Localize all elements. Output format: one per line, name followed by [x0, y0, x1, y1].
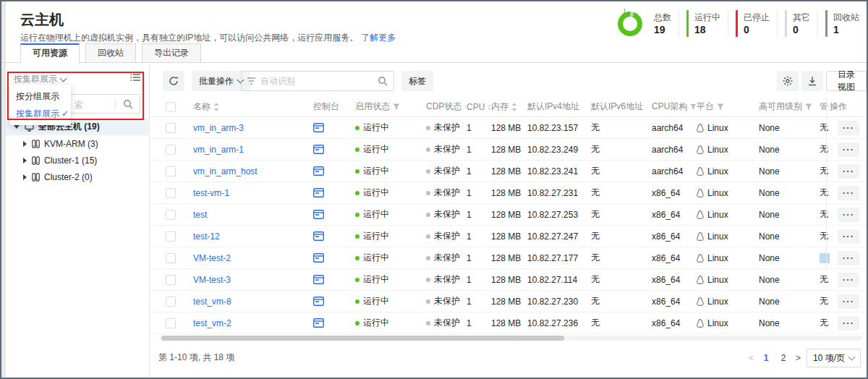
cdp-text: 未保护: [434, 295, 460, 307]
table-row: test_vm-2运行中未保护1128 MB10.82.27.236无x86_6…: [150, 312, 867, 334]
console-icon[interactable]: [313, 297, 324, 306]
tab-3[interactable]: 导出记录: [142, 43, 201, 62]
filter-icon[interactable]: [717, 103, 724, 111]
tree-item-2[interactable]: KVM-ARM (3): [6, 135, 148, 152]
tab-2[interactable]: 回收站: [85, 43, 136, 62]
stat-label: 已停止: [744, 12, 770, 24]
vm-name-link[interactable]: vm_in_arm-1: [193, 145, 244, 155]
row-actions-button[interactable]: ···: [838, 164, 859, 179]
row-actions-button[interactable]: ···: [838, 142, 859, 157]
row-checkbox[interactable]: [166, 210, 176, 220]
tag-button[interactable]: 标签: [401, 71, 433, 91]
row-checkbox[interactable]: [166, 123, 176, 133]
column-header-6[interactable]: 内存: [491, 101, 527, 113]
caret-right-icon[interactable]: [23, 174, 27, 180]
sort-icon[interactable]: [511, 103, 517, 111]
column-header-2[interactable]: 控制台: [313, 101, 355, 113]
caret-right-icon[interactable]: [23, 158, 27, 163]
caret-down-icon[interactable]: [14, 125, 20, 129]
row-checkbox[interactable]: [166, 145, 176, 155]
console-icon[interactable]: [313, 145, 324, 154]
row-actions-button[interactable]: ···: [838, 273, 859, 287]
refresh-button[interactable]: [163, 71, 184, 91]
vm-name-link[interactable]: VM-test-2: [193, 253, 231, 263]
sort-icon[interactable]: [213, 103, 219, 111]
column-header-5[interactable]: CPU: [467, 102, 491, 112]
ha-cell: None: [759, 275, 820, 285]
view-menu-item-1[interactable]: 按分组展示: [10, 88, 71, 105]
row-actions-button[interactable]: ···: [838, 251, 859, 265]
column-header-3[interactable]: 启用状态: [355, 101, 426, 113]
row-checkbox[interactable]: [166, 253, 176, 263]
row-checkbox[interactable]: [166, 318, 176, 328]
filter-icon[interactable]: [393, 103, 400, 111]
column-header-11[interactable]: 高可用级别: [759, 101, 820, 113]
next-page-button[interactable]: >: [794, 353, 802, 363]
console-icon[interactable]: [313, 253, 324, 263]
column-header-9[interactable]: CPU架构: [652, 101, 697, 113]
console-icon[interactable]: [313, 188, 324, 197]
view-menu-item-2[interactable]: 按集群展示✓: [10, 105, 71, 122]
scrollbar-thumb[interactable]: [161, 336, 564, 341]
row-checkbox[interactable]: [166, 275, 176, 285]
row-actions-button[interactable]: ···: [838, 186, 859, 200]
console-icon[interactable]: [313, 231, 324, 241]
learn-more-link[interactable]: 了解更多: [361, 33, 396, 43]
vm-name-link[interactable]: vm_in_arm-3: [193, 123, 244, 133]
row-actions-button[interactable]: ···: [838, 208, 859, 222]
row-checkbox[interactable]: [166, 231, 176, 242]
vm-name-link[interactable]: test-vm-1: [193, 188, 229, 198]
row-checkbox[interactable]: [166, 188, 176, 198]
column-header-4[interactable]: CDP状态: [426, 101, 467, 113]
page-number-2[interactable]: 2: [777, 353, 790, 363]
console-icon[interactable]: [313, 318, 324, 328]
vm-name-link[interactable]: VM-test-3: [193, 275, 231, 285]
row-checkbox[interactable]: [166, 297, 176, 307]
column-header-13[interactable]: 操作: [830, 101, 867, 113]
view-mode-dropdown[interactable]: 按集群展示: [14, 73, 66, 85]
export-button[interactable]: [801, 71, 823, 91]
horizontal-scrollbar[interactable]: [160, 336, 862, 341]
column-header-1[interactable]: 名称: [193, 101, 313, 113]
row-actions-button[interactable]: ···: [838, 121, 859, 135]
settings-button[interactable]: [777, 71, 799, 91]
vm-name-link[interactable]: test_vm-2: [193, 318, 231, 328]
filter-icon[interactable]: [805, 103, 812, 111]
console-icon[interactable]: [313, 210, 324, 219]
search-icon[interactable]: [123, 99, 133, 109]
column-header-8[interactable]: 默认IPv6地址: [591, 101, 652, 113]
prev-page-button[interactable]: <: [747, 353, 755, 363]
column-header-12[interactable]: 管: [820, 101, 830, 113]
tab-1[interactable]: 可用资源: [20, 43, 80, 63]
vm-name-link[interactable]: vm_in_arm_host: [193, 166, 258, 176]
platform-cell: Linux: [697, 123, 759, 133]
ipv6-cell: 无: [591, 143, 652, 156]
page-size-select[interactable]: 10 项/页: [807, 349, 861, 367]
row-actions-button[interactable]: ···: [838, 294, 859, 309]
console-icon[interactable]: [313, 123, 324, 132]
console-cell: [313, 123, 355, 132]
vm-name-link[interactable]: test: [193, 210, 207, 220]
page-number-1[interactable]: 1: [760, 353, 773, 363]
select-all-checkbox[interactable]: [166, 102, 176, 112]
memory-cell: 128 MB: [491, 231, 527, 242]
console-icon[interactable]: [313, 275, 324, 284]
vm-name-link[interactable]: test_vm-8: [193, 297, 231, 307]
column-header-10[interactable]: 平台: [697, 101, 759, 113]
batch-actions-label: 批量操作: [199, 75, 234, 88]
caret-right-icon[interactable]: [23, 141, 27, 147]
tree-item-3[interactable]: Cluster-1 (15): [6, 152, 148, 169]
search-icon[interactable]: [378, 76, 388, 86]
list-view-icon[interactable]: [130, 73, 140, 82]
vm-name-link[interactable]: test-12: [193, 231, 220, 242]
row-actions-button[interactable]: ···: [838, 316, 859, 331]
row-actions-button[interactable]: ···: [838, 229, 859, 244]
row-checkbox[interactable]: [166, 166, 176, 176]
tree-item-4[interactable]: Cluster-2 (0): [6, 169, 148, 185]
filter-icon[interactable]: [690, 103, 697, 111]
directory-view-button[interactable]: 目录视图: [826, 71, 867, 91]
cdp-unprotected-icon: [426, 213, 430, 217]
table-search-input[interactable]: 自动识别: [241, 71, 394, 91]
console-icon[interactable]: [313, 166, 324, 176]
column-header-7[interactable]: 默认IPv4地址: [527, 101, 591, 113]
